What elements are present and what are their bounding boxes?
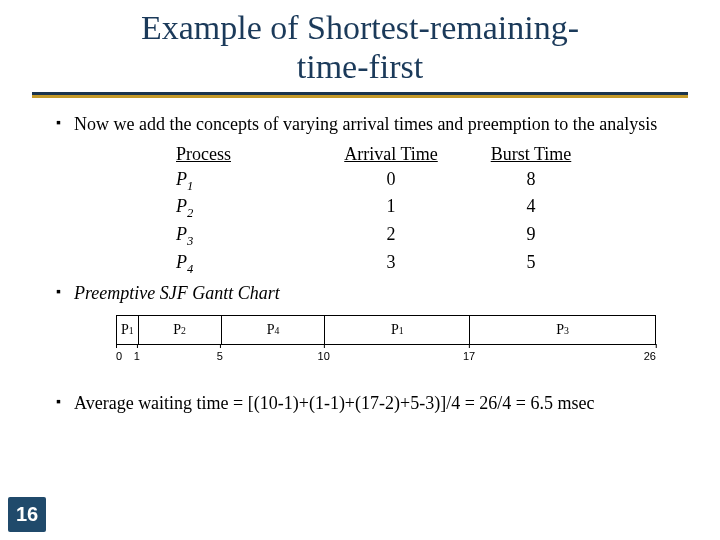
table-row: P4 3 5 (176, 250, 680, 278)
burst: 8 (466, 167, 596, 195)
burst: 5 (466, 250, 596, 278)
col-process: Process (176, 144, 231, 164)
arrival: 1 (316, 194, 466, 222)
proc-name: P (176, 169, 187, 189)
gantt-segment: P1 (117, 316, 139, 344)
proc-sub: 2 (187, 206, 193, 220)
col-arrival: Arrival Time (344, 144, 438, 164)
col-burst: Burst Time (491, 144, 572, 164)
table-row: P1 0 8 (176, 167, 680, 195)
arrival: 0 (316, 167, 466, 195)
burst: 4 (466, 194, 596, 222)
bullet-mark: ▪ (56, 112, 74, 134)
gantt-bar: P1P2P4P1P3 (116, 315, 656, 345)
process-table: Process Arrival Time Burst Time P1 0 8 P… (176, 142, 680, 277)
bullet-2-text: Preemptive SJF Gantt Chart (74, 281, 680, 305)
bullet-1: ▪ Now we add the concepts of varying arr… (56, 112, 680, 136)
arrival: 2 (316, 222, 466, 250)
proc-name: P (176, 252, 187, 272)
gantt-tick: 10 (318, 345, 330, 360)
proc-name: P (176, 196, 187, 216)
table-row: P3 2 9 (176, 222, 680, 250)
title-line-1: Example of Shortest-remaining- (141, 9, 579, 46)
bullet-mark: ▪ (56, 281, 74, 303)
gantt-ticks: 015101726 (116, 345, 656, 367)
bullet-1-text: Now we add the concepts of varying arriv… (74, 112, 680, 136)
bullet-2: ▪ Preemptive SJF Gantt Chart (56, 281, 680, 305)
title-line-2: time-first (297, 48, 424, 85)
proc-sub: 1 (187, 178, 193, 192)
table-header: Process Arrival Time Burst Time (176, 142, 680, 166)
proc-sub: 4 (187, 261, 193, 275)
arrival: 3 (316, 250, 466, 278)
bullet-3-text: Average waiting time = [(10-1)+(1-1)+(17… (74, 391, 680, 415)
burst: 9 (466, 222, 596, 250)
bullet-3: ▪ Average waiting time = [(10-1)+(1-1)+(… (56, 391, 680, 415)
slide-body: ▪ Now we add the concepts of varying arr… (0, 98, 720, 416)
gantt-segment: P2 (139, 316, 222, 344)
gantt-tick: 26 (644, 345, 656, 360)
table-row: P2 1 4 (176, 194, 680, 222)
gantt-segment: P3 (470, 316, 655, 344)
proc-name: P (176, 224, 187, 244)
slide-number-badge: 16 (8, 497, 46, 532)
gantt-segment: P4 (222, 316, 326, 344)
gantt-segment: P1 (325, 316, 470, 344)
gantt-tick: 17 (463, 345, 475, 360)
gantt-tick: 0 (116, 345, 122, 360)
proc-sub: 3 (187, 234, 193, 248)
gantt-tick: 5 (217, 345, 223, 360)
bullet-mark: ▪ (56, 391, 74, 413)
gantt-chart: P1P2P4P1P3 015101726 (116, 315, 680, 367)
slide-title: Example of Shortest-remaining- time-firs… (0, 0, 720, 86)
gantt-tick: 1 (134, 345, 140, 360)
